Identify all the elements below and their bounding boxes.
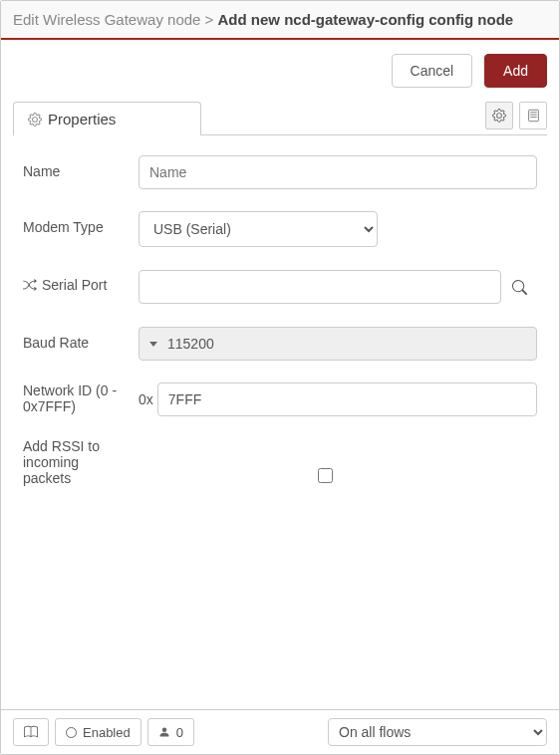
baud-rate-select[interactable]: 115200 — [139, 327, 537, 361]
scope-select[interactable]: On all flows — [328, 718, 547, 746]
cancel-button[interactable]: Cancel — [392, 54, 473, 88]
form-body: Name Modem Type USB (Serial) Serial Port — [1, 135, 559, 709]
network-id-prefix: 0x — [139, 391, 157, 407]
shuffle-icon — [23, 278, 37, 292]
breadcrumb: Edit Wireless Gateway node > Add new ncd… — [1, 1, 559, 40]
footer-bar: Enabled 0 On all flows — [1, 709, 559, 754]
modem-type-select[interactable]: USB (Serial) — [139, 211, 378, 247]
serial-port-input[interactable] — [139, 270, 501, 304]
tab-properties-label: Properties — [48, 111, 116, 127]
user-count-button[interactable]: 0 — [147, 718, 194, 746]
breadcrumb-separator: > — [205, 11, 214, 28]
network-id-label: Network ID (0 - 0x7FFF) — [23, 382, 139, 414]
tab-properties[interactable]: Properties — [13, 102, 201, 135]
settings-button[interactable] — [485, 102, 513, 129]
action-bar: Cancel Add — [1, 40, 559, 102]
book-icon — [24, 725, 38, 739]
add-rssi-checkbox[interactable] — [318, 468, 333, 483]
name-input[interactable] — [139, 155, 537, 189]
add-button[interactable]: Add — [484, 54, 547, 88]
gear-icon — [28, 113, 42, 126]
docs-button[interactable] — [519, 102, 547, 129]
svg-rect-0 — [528, 110, 538, 121]
gear-icon — [492, 109, 506, 123]
baud-rate-label: Baud Rate — [23, 327, 139, 351]
breadcrumb-parent[interactable]: Edit Wireless Gateway node — [13, 11, 200, 28]
file-icon — [527, 109, 540, 123]
baud-rate-value: 115200 — [167, 336, 214, 352]
serial-port-label: Serial Port — [23, 269, 139, 293]
book-button[interactable] — [13, 718, 49, 746]
breadcrumb-current: Add new ncd-gateway-config config node — [218, 11, 514, 28]
user-icon — [158, 726, 170, 738]
serial-port-search-button[interactable] — [501, 269, 537, 305]
enabled-toggle[interactable]: Enabled — [55, 718, 141, 746]
caret-down-icon — [149, 342, 157, 347]
modem-type-label: Modem Type — [23, 211, 139, 235]
name-label: Name — [23, 155, 139, 179]
tab-bar: Properties — [1, 102, 559, 135]
search-icon — [512, 280, 527, 295]
add-rssi-label: Add RSSI to incoming packets — [23, 438, 113, 486]
network-id-input[interactable] — [157, 382, 537, 416]
circle-icon — [66, 727, 77, 738]
